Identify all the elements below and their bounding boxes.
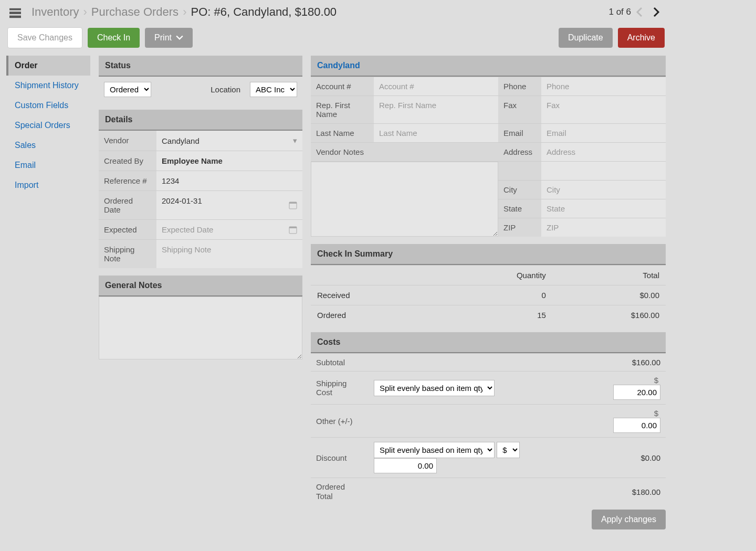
shippingnote-label: Shipping Note xyxy=(99,240,156,268)
pager-prev xyxy=(633,5,647,19)
svg-rect-4 xyxy=(289,202,297,204)
calendar-icon[interactable] xyxy=(289,201,297,209)
email-label: Email xyxy=(498,123,541,142)
checkin-header: Check In Summary xyxy=(311,244,666,265)
checkin-row-qty: 15 xyxy=(436,305,552,325)
vendor-label: Vendor xyxy=(99,131,156,151)
fax-label: Fax xyxy=(498,96,541,123)
print-button[interactable]: Print xyxy=(145,28,193,48)
checkin-row-total: $0.00 xyxy=(552,285,666,305)
side-nav: Order Shipment History Custom Fields Spe… xyxy=(6,56,90,537)
sidenav-sales[interactable]: Sales xyxy=(6,135,90,155)
checkin-col-total: Total xyxy=(552,266,666,285)
firstname-input[interactable] xyxy=(379,101,493,110)
apply-changes-button[interactable]: Apply changes xyxy=(592,510,666,529)
breadcrumb-section[interactable]: Purchase Orders xyxy=(91,5,178,19)
checkin-panel: Check In Summary Quantity Total Received… xyxy=(311,244,666,325)
expected-input[interactable] xyxy=(162,225,297,234)
subtotal-label: Subtotal xyxy=(311,354,369,372)
checkin-row-label: Received xyxy=(311,285,436,305)
checkin-row-label: Ordered xyxy=(311,305,436,325)
status-panel: Status Ordered Location ABC Inc xyxy=(99,56,302,102)
reference-input[interactable] xyxy=(162,176,297,185)
email-input[interactable] xyxy=(547,129,660,137)
discount-input[interactable] xyxy=(374,458,437,473)
vendornotes-textarea[interactable] xyxy=(311,162,498,237)
other-input[interactable] xyxy=(613,418,660,433)
other-label: Other (+/-) xyxy=(311,405,369,438)
status-select[interactable]: Ordered xyxy=(104,82,151,97)
generalnotes-textarea[interactable] xyxy=(99,296,302,359)
discount-method-select[interactable]: Split evenly based on item qty xyxy=(374,442,495,458)
orderedtotal-value: $180.00 xyxy=(597,478,666,506)
phone-input[interactable] xyxy=(547,82,660,91)
ordereddate-input[interactable] xyxy=(162,196,297,205)
checkin-row-qty: 0 xyxy=(436,285,552,305)
save-button[interactable]: Save Changes xyxy=(7,27,82,48)
checkin-row-total: $160.00 xyxy=(552,305,666,325)
details-panel: Details Vendor Candyland ▾ Created By Em… xyxy=(99,110,302,268)
lastname-input[interactable] xyxy=(379,129,493,137)
svg-rect-1 xyxy=(9,12,21,14)
pager-next[interactable] xyxy=(649,5,663,19)
expected-label: Expected xyxy=(99,220,156,239)
zip-input[interactable] xyxy=(547,223,660,232)
orderedtotal-label: Ordered Total xyxy=(311,478,369,506)
discount-unit-select[interactable]: $ xyxy=(497,442,520,458)
duplicate-button[interactable]: Duplicate xyxy=(559,28,613,48)
sidenav-order[interactable]: Order xyxy=(6,56,90,76)
address-input[interactable] xyxy=(547,147,660,156)
location-label: Location xyxy=(211,85,240,94)
city-label: City xyxy=(498,180,541,199)
sidenav-import[interactable]: Import xyxy=(6,175,90,195)
vendor-link[interactable]: Candyland xyxy=(317,61,360,70)
breadcrumb-current: PO: #6, Candyland, $180.00 xyxy=(191,5,337,19)
breadcrumb: Inventory › Purchase Orders › PO: #6, Ca… xyxy=(0,0,672,23)
vendor-panel: Candyland Account # Phone Rep. First Nam… xyxy=(311,56,666,237)
shippingnote-input[interactable] xyxy=(162,245,297,254)
zip-label: ZIP xyxy=(498,218,541,237)
fax-input[interactable] xyxy=(547,101,660,110)
generalnotes-panel: General Notes xyxy=(99,276,302,361)
chevron-right-icon: › xyxy=(83,5,87,19)
shipping-method-select[interactable]: Split evenly based on item qty xyxy=(374,380,495,396)
breadcrumb-root[interactable]: Inventory xyxy=(32,5,79,19)
caret-down-icon: ▾ xyxy=(293,136,297,145)
sidenav-shipment-history[interactable]: Shipment History xyxy=(6,76,90,96)
chevron-right-icon: › xyxy=(183,5,186,19)
vendor-select[interactable]: Candyland ▾ xyxy=(156,131,302,151)
svg-rect-2 xyxy=(9,16,21,18)
subtotal-value: $160.00 xyxy=(597,354,666,372)
sidenav-special-orders[interactable]: Special Orders xyxy=(6,115,90,135)
archive-button[interactable]: Archive xyxy=(618,28,665,48)
city-input[interactable] xyxy=(547,185,660,194)
currency-symbol: $ xyxy=(652,376,660,385)
location-select[interactable]: ABC Inc xyxy=(250,82,297,97)
sidenav-email[interactable]: Email xyxy=(6,155,90,175)
discount-total: $0.00 xyxy=(597,438,666,478)
sidenav-custom-fields[interactable]: Custom Fields xyxy=(6,96,90,115)
vendornotes-label: Vendor Notes xyxy=(311,142,374,161)
shipping-input[interactable] xyxy=(613,385,660,400)
svg-rect-6 xyxy=(289,227,297,228)
lastname-label: Last Name xyxy=(311,123,374,142)
status-header: Status xyxy=(99,56,302,77)
app-icon xyxy=(9,8,21,18)
svg-rect-0 xyxy=(9,8,21,10)
discount-label: Discount xyxy=(311,438,369,478)
state-label: State xyxy=(498,199,541,218)
ordereddate-label: Ordered Date xyxy=(99,191,156,219)
calendar-icon[interactable] xyxy=(289,226,297,234)
pager-text: 1 of 6 xyxy=(608,7,631,17)
state-input[interactable] xyxy=(547,204,660,213)
print-label: Print xyxy=(154,33,172,43)
address2-input[interactable] xyxy=(547,166,660,175)
account-input[interactable] xyxy=(379,82,493,91)
phone-label: Phone xyxy=(498,77,541,96)
toolbar: Save Changes Check In Print Duplicate Ar… xyxy=(0,23,672,56)
checkin-button[interactable]: Check In xyxy=(88,28,140,48)
checkin-col-qty: Quantity xyxy=(436,266,552,285)
shipping-label: Shipping Cost xyxy=(311,372,369,405)
account-label: Account # xyxy=(311,77,374,96)
address-label: Address xyxy=(498,142,541,161)
